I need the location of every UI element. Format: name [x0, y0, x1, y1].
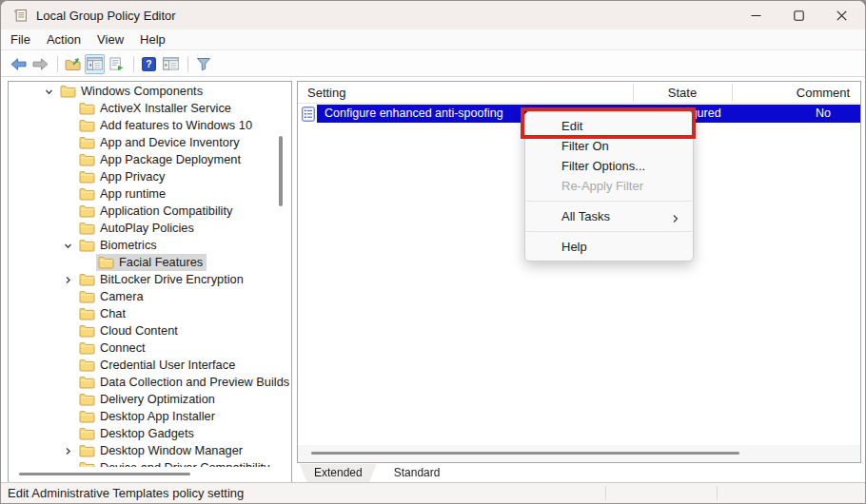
filter-icon[interactable] [193, 54, 213, 74]
chevron-spacer [62, 205, 73, 217]
tree-item[interactable]: ActiveX Installer Service [9, 100, 291, 117]
tree-item[interactable]: Desktop Window Manager [9, 442, 291, 459]
list-hscrollbar-thumb[interactable] [311, 452, 739, 455]
folder-icon [79, 324, 95, 338]
tree-item[interactable]: Biometrics [9, 237, 291, 254]
chevron-spacer [62, 291, 73, 302]
tree-item-label: App Package Deployment [100, 152, 241, 166]
chevron-spacer [62, 394, 73, 405]
export-list-icon[interactable] [107, 54, 127, 74]
tree-item[interactable]: Delivery Optimization [9, 391, 291, 408]
tree-item-label: BitLocker Drive Encryption [100, 272, 244, 286]
tree-item-group: Connect [77, 339, 149, 357]
forward-icon[interactable] [30, 54, 50, 74]
tree-item[interactable]: App Package Deployment [9, 151, 291, 168]
tree-item-group: Add features to Windows 10 [77, 117, 256, 134]
help-icon[interactable]: ? [139, 54, 159, 74]
tree-item-group: Data Collection and Preview Builds [77, 374, 292, 391]
tree-item-label: App runtime [100, 186, 166, 201]
tree-item[interactable]: Data Collection and Preview Builds [9, 374, 291, 391]
list-hscrollbar[interactable] [298, 445, 860, 462]
tree-item[interactable]: Chat [9, 305, 291, 322]
submenu-arrow-icon [670, 210, 681, 222]
gpedit-scroll-icon [13, 8, 29, 23]
tree-item[interactable]: App and Device Inventory [9, 134, 291, 151]
chevron-spacer [62, 411, 73, 422]
tree-item-label: Delivery Optimization [100, 392, 215, 406]
context-menu-item-filter-options[interactable]: Filter Options... [525, 156, 693, 176]
status-pane-divider [605, 486, 606, 500]
column-divider[interactable] [732, 84, 733, 101]
chevron-down-icon[interactable] [43, 86, 54, 97]
annotation-box [521, 107, 696, 139]
folder-icon [79, 153, 95, 166]
folder-icon [79, 359, 95, 372]
chevron-spacer [62, 377, 73, 388]
minimize-button[interactable] [735, 1, 777, 29]
column-header-setting[interactable]: Setting [307, 86, 345, 100]
menu-help[interactable]: Help [140, 30, 174, 49]
tree-item-label: Data Collection and Preview Builds [100, 375, 289, 389]
tree-item[interactable]: Desktop Gadgets [9, 425, 291, 442]
column-header-state[interactable]: State [633, 86, 732, 100]
tree-item-label: Application Compatibility [100, 204, 232, 218]
toolbar-separator [187, 56, 188, 72]
show-action-pane-icon[interactable] [161, 54, 181, 74]
tree-item[interactable]: App Privacy [9, 168, 291, 185]
show-console-tree-icon[interactable] [85, 54, 105, 74]
tree-item[interactable]: Add features to Windows 10 [9, 117, 291, 134]
tree-item[interactable]: Facial Features [9, 254, 291, 271]
tab-extended[interactable]: Extended [300, 464, 377, 483]
console-tree-panel: Windows ComponentsActiveX Installer Serv… [8, 81, 292, 483]
chevron-spacer [62, 428, 73, 439]
tree-item[interactable]: Application Compatibility [9, 203, 291, 220]
tree-item-group: Cloud Content [77, 322, 182, 339]
chevron-right-icon[interactable] [62, 445, 73, 456]
tree-item[interactable]: BitLocker Drive Encryption [9, 271, 291, 288]
folder-icon [79, 204, 95, 218]
tree-item[interactable]: Connect [9, 339, 291, 357]
menu-view[interactable]: View [97, 30, 132, 49]
tree-hscrollbar[interactable] [9, 467, 291, 482]
context-menu-item-all-tasks[interactable]: All Tasks [525, 206, 693, 226]
folder-icon [79, 376, 95, 389]
tree-item-label: Add features to Windows 10 [100, 118, 252, 132]
tree-item-group: App and Device Inventory [77, 134, 244, 151]
context-menu-item-filter-on[interactable]: Filter On [525, 136, 693, 156]
tree-item[interactable]: Camera [9, 288, 291, 305]
tree-item[interactable]: Credential User Interface [9, 357, 291, 374]
menu-file[interactable]: File [10, 30, 39, 49]
tree-vscrollbar-thumb[interactable] [279, 136, 283, 206]
maximize-button[interactable] [777, 1, 820, 29]
tree-item[interactable]: AutoPlay Policies [9, 220, 291, 237]
chevron-right-icon[interactable] [62, 274, 73, 285]
folder-icon [79, 102, 95, 115]
context-menu-item-help[interactable]: Help [525, 237, 693, 257]
tree-item-group: Chat [77, 305, 129, 322]
tree-item-group: Camera [77, 288, 148, 305]
chevron-down-icon[interactable] [62, 240, 73, 251]
tree-item[interactable]: Windows Components [9, 83, 291, 100]
folder-icon [79, 427, 95, 440]
menu-action[interactable]: Action [47, 30, 89, 49]
tree-item-label: Biometrics [100, 238, 157, 252]
up-one-level-icon[interactable] [63, 54, 83, 74]
tree-item-label: Cloud Content [100, 323, 178, 338]
close-button[interactable] [820, 1, 863, 29]
chevron-spacer [62, 342, 73, 354]
column-header-comment[interactable]: Comment [732, 86, 861, 100]
folder-icon [60, 85, 76, 98]
tree-item[interactable]: Desktop App Installer [9, 408, 291, 425]
column-divider[interactable] [633, 84, 634, 101]
folder-icon [79, 222, 95, 235]
tree-item[interactable]: App runtime [9, 185, 291, 203]
chevron-spacer [81, 257, 92, 268]
tab-standard[interactable]: Standard [380, 464, 455, 483]
tree-item-group: App Package Deployment [77, 151, 245, 168]
tree-item-group: ActiveX Installer Service [77, 100, 235, 117]
toolbar: ? [1, 51, 865, 77]
tree-hscrollbar-thumb[interactable] [19, 473, 190, 475]
back-icon[interactable] [9, 54, 29, 74]
tree-item-label: Desktop Gadgets [100, 426, 194, 440]
tree-item[interactable]: Cloud Content [9, 322, 291, 339]
